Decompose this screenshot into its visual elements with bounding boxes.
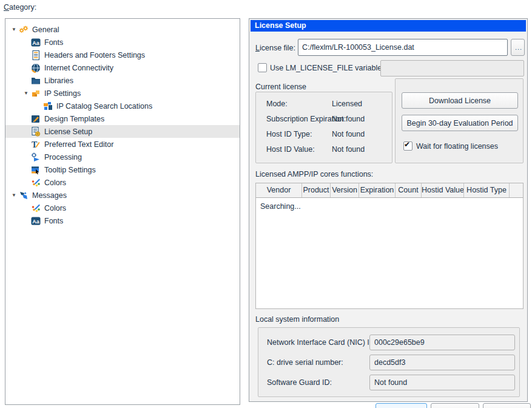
local-info-row-name: C: drive serial number: xyxy=(267,358,343,367)
tree-item-label: Processing xyxy=(44,153,82,162)
tree-item-label: Colors xyxy=(44,204,66,212)
tree-item-label: License Setup xyxy=(44,127,92,136)
tree-item-internet-connectivity[interactable]: Internet Connectivity xyxy=(5,61,240,74)
colors-icon xyxy=(31,178,41,188)
license-actions-group: Download License Begin 30-day Evaluation… xyxy=(395,78,524,163)
tree-item-label: Preferred Text Editor xyxy=(44,140,113,149)
column-header-filler xyxy=(510,183,523,197)
lm-license-input xyxy=(380,60,524,76)
tree-item-design-templates[interactable]: Design Templates xyxy=(5,112,240,125)
cores-label: Licensed AMPP/IP cores functions: xyxy=(255,170,373,178)
text-editor-icon: T xyxy=(31,140,41,149)
current-license-row-value: Not found xyxy=(332,145,365,154)
tree-item-label: Internet Connectivity xyxy=(44,64,113,72)
category-tree[interactable]: ▼GeneralAaFontsHeaders and Footers Setti… xyxy=(5,18,240,405)
column-header-count[interactable]: Count xyxy=(396,183,422,197)
tree-item-ip-settings[interactable]: ▼IP Settings xyxy=(5,87,240,100)
tree-item-preferred-text-editor[interactable]: TPreferred Text Editor xyxy=(5,138,240,151)
column-header-product[interactable]: Product xyxy=(302,183,331,197)
current-license-row-value: Not found xyxy=(332,130,365,138)
tree-expand-arrow[interactable]: ▼ xyxy=(21,87,31,100)
svg-text:Aa: Aa xyxy=(32,39,39,46)
folder-icon xyxy=(31,76,41,86)
column-header-version[interactable]: Version xyxy=(331,183,359,197)
current-license-group: Mode:LicensedSubscription Expiration:Not… xyxy=(255,92,392,163)
tree-item-processing[interactable]: Processing xyxy=(5,151,240,163)
tree-item-label: IP Catalog Search Locations xyxy=(56,102,152,110)
tree-expand-arrow[interactable]: ▼ xyxy=(9,23,19,36)
colors-icon xyxy=(31,203,41,213)
tree-item-fonts[interactable]: AaFonts xyxy=(5,36,240,49)
tree-item-label: IP Settings xyxy=(44,89,81,98)
download-license-button[interactable]: Download License xyxy=(402,92,518,109)
tree-item-label: General xyxy=(32,25,59,34)
cores-status: Searching... xyxy=(260,202,301,211)
tree-item-colors[interactable]: Colors xyxy=(5,176,240,189)
tree-item-label: Fonts xyxy=(44,217,63,225)
wait-floating-checkbox[interactable] xyxy=(403,141,412,151)
column-header-hostid-type[interactable]: Hostid Type xyxy=(464,183,510,197)
tree-item-label: Tooltip Settings xyxy=(44,166,96,174)
current-license-row-value: Not found xyxy=(332,115,365,123)
local-info-group: Network Interface Card (NIC) ID:000c29e6… xyxy=(258,327,520,397)
browse-button[interactable]: ... xyxy=(511,39,525,56)
current-license-row-name: Host ID Value: xyxy=(266,145,315,154)
fonts-icon: Aa xyxy=(31,216,41,226)
cores-table-header: VendorProductVersionExpirationCountHosti… xyxy=(256,183,523,198)
local-info-row-value: decd5df3 xyxy=(369,355,515,370)
category-label: Category: xyxy=(4,3,36,12)
local-info-row-name: Software Guard ID: xyxy=(267,378,332,387)
current-license-row-name: Mode: xyxy=(266,100,288,108)
current-license-label: Current license xyxy=(255,83,306,91)
tree-item-tooltip-settings[interactable]: Tooltip Settings xyxy=(5,163,240,176)
help-button-partial[interactable] xyxy=(483,403,531,408)
local-info-label: Local system information xyxy=(255,315,339,324)
tooltip-icon xyxy=(31,165,41,175)
tree-item-label: Colors xyxy=(44,178,66,187)
tree-item-libraries[interactable]: Libraries xyxy=(5,74,240,87)
tree-item-headers-and-footers-settings[interactable]: Headers and Footers Settings xyxy=(5,49,240,61)
tree-item-label: Libraries xyxy=(44,76,73,85)
local-info-row-name: Network Interface Card (NIC) ID: xyxy=(267,338,377,347)
current-license-row-name: Host ID Type: xyxy=(266,130,312,138)
column-header-hostid-value[interactable]: Hostid Value xyxy=(422,183,464,197)
headers-footers-icon xyxy=(31,50,41,60)
tree-item-label: Fonts xyxy=(44,38,63,47)
column-header-vendor[interactable]: Vendor xyxy=(256,183,302,197)
local-info-row-value: Not found xyxy=(369,375,515,390)
tree-item-messages[interactable]: ▼Messages xyxy=(5,189,240,202)
lm-license-label: Use LM_LICENSE_FILE variable: xyxy=(270,64,384,72)
begin-evaluation-button[interactable]: Begin 30-day Evaluation Period xyxy=(402,115,518,131)
svg-text:T: T xyxy=(32,140,38,149)
local-info-row-value: 000c29e65be9 xyxy=(369,335,515,350)
column-header-expiration[interactable]: Expiration xyxy=(359,183,396,197)
design-templates-icon xyxy=(31,114,41,124)
tree-item-label: Design Templates xyxy=(44,115,104,123)
wait-floating-label: Wait for floating licenses xyxy=(416,142,498,151)
license-setup-panel: License Setup License file: ... Use LM_L… xyxy=(249,18,528,402)
ok-button-partial[interactable] xyxy=(375,403,427,408)
fonts-icon: Aa xyxy=(31,38,41,47)
svg-text:Aa: Aa xyxy=(32,218,39,224)
current-license-row-value: Licensed xyxy=(332,100,362,108)
tree-item-label: Headers and Footers Settings xyxy=(44,51,145,59)
tree-item-fonts[interactable]: AaFonts xyxy=(5,214,240,227)
messages-icon xyxy=(19,191,29,200)
license-file-label: License file: xyxy=(255,44,295,52)
cores-table: VendorProductVersionExpirationCountHosti… xyxy=(255,183,524,309)
cancel-button-partial[interactable] xyxy=(431,403,479,408)
tree-item-license-setup[interactable]: License Setup xyxy=(5,125,240,138)
globe-icon xyxy=(31,63,41,73)
tree-item-colors[interactable]: Colors xyxy=(5,202,240,214)
tree-expand-arrow[interactable]: ▼ xyxy=(9,189,19,202)
panel-title: License Setup xyxy=(251,20,526,32)
lm-license-checkbox[interactable] xyxy=(258,63,267,72)
tree-item-general[interactable]: ▼General xyxy=(5,23,240,36)
ip-catalog-icon xyxy=(43,101,53,111)
tree-item-ip-catalog-search-locations[interactable]: IP Catalog Search Locations xyxy=(5,100,240,112)
gears-icon xyxy=(19,25,29,35)
options-dialog: Category: ▼GeneralAaFontsHeaders and Foo… xyxy=(0,0,532,408)
processing-icon xyxy=(31,152,41,162)
tree-item-label: Messages xyxy=(32,191,67,200)
license-file-input[interactable] xyxy=(298,39,508,56)
